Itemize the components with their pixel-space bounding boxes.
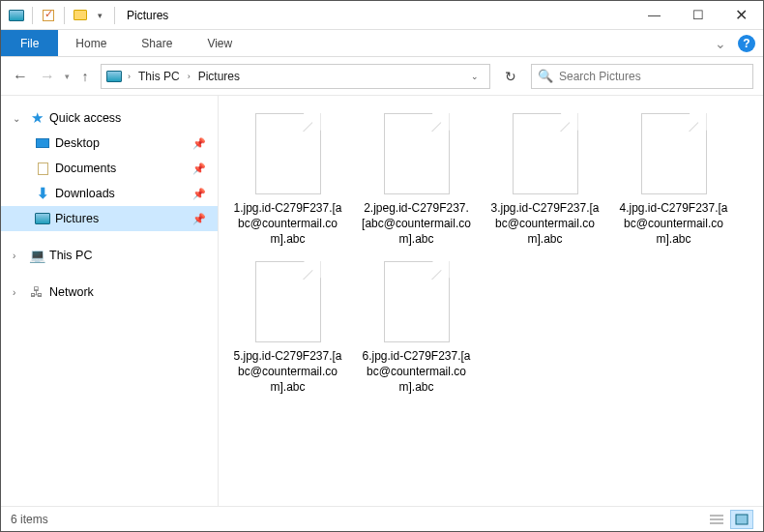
sidebar-item-pictures[interactable]: Pictures 📌 [1,206,218,231]
document-icon [34,160,51,177]
qat-dropdown-icon[interactable]: ▾ [94,11,106,20]
search-input[interactable] [559,70,747,83]
tab-view[interactable]: View [190,30,250,56]
sidebar-item-network[interactable]: › 🖧 Network [1,280,218,305]
sidebar-item-desktop[interactable]: Desktop 📌 [1,131,218,156]
file-item[interactable]: 4.jpg.id-C279F237.[abc@countermail.com].… [618,113,729,248]
sidebar-item-label: Network [49,285,218,299]
ribbon: File Home Share View ⌄ ? [1,30,763,57]
status-bar: 6 items [1,506,763,531]
file-item[interactable]: 5.jpg.id-C279F237.[abc@countermail.com].… [232,261,343,396]
file-item[interactable]: 2.jpeg.id-C279F237.[abc@countermail.com]… [361,113,472,248]
navigation-pane: ⌄ ★ Quick access Desktop 📌 Documents 📌 ⬇… [1,96,219,506]
help-button[interactable]: ? [738,35,755,52]
file-icon [384,113,450,194]
pictures-icon [34,210,51,227]
caret-down-icon[interactable]: ⌄ [13,113,24,124]
qat-folder-icon[interactable] [73,8,88,23]
pc-icon: 💻 [28,247,45,264]
chevron-right-icon[interactable]: › [185,72,193,81]
breadcrumb-segment[interactable]: This PC [135,70,183,83]
address-bar: ← → ▾ ↑ › This PC › Pictures ⌄ ↻ 🔍 [1,57,763,96]
search-icon: 🔍 [538,69,553,83]
breadcrumb[interactable]: › This PC › Pictures ⌄ [101,64,490,89]
sidebar-item-label: This PC [49,249,218,262]
pin-icon: 📌 [192,188,206,200]
qat-properties-icon[interactable] [41,8,56,23]
details-view-button[interactable] [705,510,728,529]
file-view[interactable]: 1.jpg.id-C279F237.[abc@countermail.com].… [219,96,763,506]
sidebar-item-documents[interactable]: Documents 📌 [1,156,218,181]
desktop-icon [34,134,51,152]
search-box[interactable]: 🔍 [531,64,753,89]
caret-right-icon[interactable]: › [13,251,24,261]
maximize-button[interactable]: ☐ [676,1,720,30]
file-item[interactable]: 6.jpg.id-C279F237.[abc@countermail.com].… [361,261,472,396]
file-icon [255,113,321,194]
up-button[interactable]: ↑ [77,69,93,84]
star-icon: ★ [28,109,45,127]
pin-icon: 📌 [192,137,206,150]
file-name: 1.jpg.id-C279F237.[abc@countermail.com].… [232,200,343,248]
tab-home[interactable]: Home [58,30,124,56]
sidebar-item-downloads[interactable]: ⬇ Downloads 📌 [1,181,218,206]
chevron-right-icon[interactable]: › [125,72,133,81]
caret-right-icon[interactable]: › [13,287,24,298]
icons-view-button[interactable] [730,510,753,529]
file-icon [513,113,578,194]
file-item[interactable]: 3.jpg.id-C279F237.[abc@countermail.com].… [489,113,601,248]
sidebar-item-this-pc[interactable]: › 💻 This PC [1,243,218,268]
title-bar: ▾ Pictures — ☐ ✕ [1,1,763,30]
file-item[interactable]: 1.jpg.id-C279F237.[abc@countermail.com].… [232,113,343,248]
window-title: Pictures [127,9,168,22]
file-icon [255,261,321,342]
sidebar-item-label: Pictures [55,212,189,225]
sidebar-item-quick-access[interactable]: ⌄ ★ Quick access [1,105,218,131]
pin-icon: 📌 [192,163,206,175]
breadcrumb-location-icon[interactable] [105,68,123,85]
app-icon [9,8,24,23]
status-count: 6 items [11,513,48,526]
breadcrumb-segment[interactable]: Pictures [195,70,243,83]
minimize-button[interactable]: — [632,1,676,30]
forward-button[interactable]: → [38,68,57,85]
history-dropdown-icon[interactable]: ▾ [65,72,70,81]
file-icon [384,261,450,342]
file-name: 4.jpg.id-C279F237.[abc@countermail.com].… [618,200,729,248]
pin-icon: 📌 [192,213,206,225]
chevron-down-icon[interactable]: ⌄ [468,72,482,81]
sidebar-item-label: Desktop [55,136,189,150]
sidebar-item-label: Quick access [49,111,218,125]
sidebar-item-label: Documents [55,162,189,175]
refresh-button[interactable]: ↻ [498,64,523,89]
expand-ribbon-icon[interactable]: ⌄ [709,36,732,51]
back-button[interactable]: ← [11,68,30,85]
file-name: 6.jpg.id-C279F237.[abc@countermail.com].… [361,348,472,396]
download-icon: ⬇ [34,185,51,202]
file-name: 2.jpeg.id-C279F237.[abc@countermail.com]… [361,200,472,248]
network-icon: 🖧 [28,283,45,301]
close-button[interactable]: ✕ [720,1,763,30]
file-icon [641,113,707,194]
svg-rect-3 [736,515,748,524]
file-name: 5.jpg.id-C279F237.[abc@countermail.com].… [232,348,343,396]
file-tab[interactable]: File [1,30,58,56]
file-name: 3.jpg.id-C279F237.[abc@countermail.com].… [489,200,601,248]
tab-share[interactable]: Share [124,30,190,56]
sidebar-item-label: Downloads [55,187,189,200]
